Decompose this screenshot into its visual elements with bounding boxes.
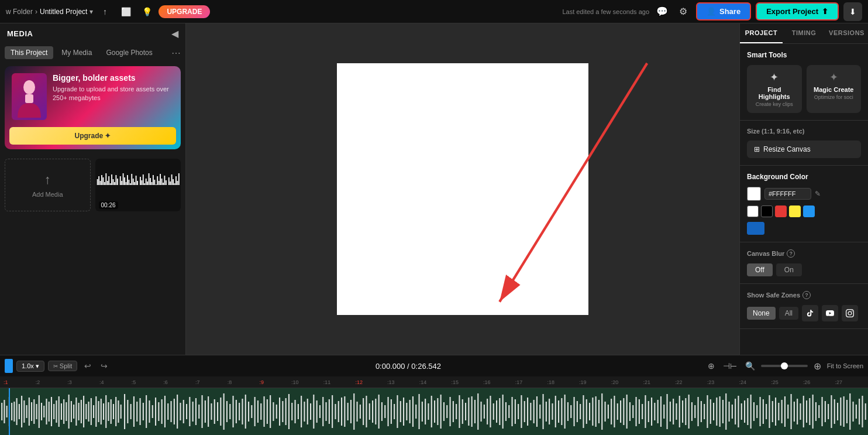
svg-rect-189 (363, 398, 364, 425)
find-highlights-tool[interactable]: ✦ Find Highlights Create key clips (747, 65, 802, 113)
safezone-none-button[interactable]: None (747, 307, 776, 320)
svg-rect-164 (285, 398, 287, 425)
svg-rect-255 (567, 402, 569, 421)
add-icon: ↑ (44, 172, 51, 187)
svg-rect-93 (75, 398, 77, 426)
svg-rect-259 (580, 404, 581, 419)
tiktok-icon[interactable] (802, 305, 818, 321)
safezone-options: None All (747, 305, 861, 321)
blur-help-icon[interactable]: ? (787, 249, 795, 258)
ruler-mark-5: :5 (130, 379, 163, 385)
download-button[interactable]: ⬇ (843, 2, 862, 21)
svg-rect-331 (803, 396, 804, 427)
split-label: Split (60, 362, 72, 369)
svg-rect-158 (267, 399, 268, 424)
svg-rect-253 (561, 398, 562, 425)
svg-rect-84 (53, 404, 54, 419)
magic-create-tool[interactable]: ✦ Magic Create Optimize for soci (807, 65, 862, 113)
share-icon-small[interactable]: ↑ (97, 4, 113, 20)
svg-rect-284 (657, 400, 659, 423)
tab-this-project[interactable]: This Project (5, 46, 53, 59)
upgrade-button[interactable]: UPGRADE (159, 5, 210, 18)
zoom-slider[interactable] (761, 365, 808, 367)
safezone-help-icon[interactable]: ? (802, 291, 811, 299)
swatch-yellow[interactable] (789, 205, 801, 217)
redo-button[interactable]: ↪ (97, 360, 111, 372)
chat-icon[interactable]: 💬 (654, 4, 670, 20)
zoom-in-icon[interactable]: ⊕ (811, 359, 824, 373)
tab-google-photos[interactable]: Google Photos (100, 46, 158, 59)
ruler-mark-16: :16 (482, 379, 514, 385)
svg-rect-243 (530, 403, 531, 420)
svg-rect-203 (406, 403, 407, 420)
svg-rect-78 (39, 395, 40, 428)
timeline-skip-icon[interactable]: ⊣⊢ (721, 360, 739, 372)
svg-rect-261 (586, 399, 587, 424)
export-button[interactable]: Export Project ⬆ (756, 2, 839, 20)
smart-tools-title: Smart Tools (747, 51, 861, 59)
svg-rect-107 (111, 399, 112, 424)
svg-rect-238 (515, 399, 516, 424)
monitor-icon[interactable]: ⬜ (118, 4, 134, 20)
color-hex-value[interactable]: #FFFFFF (764, 188, 811, 200)
audio-track[interactable]: // Generate waveform programmatically vi… (0, 388, 868, 435)
zoom-control[interactable]: 1.0x ▾ (16, 361, 44, 372)
chevron-down-icon: ▾ (89, 8, 93, 16)
svg-rect-324 (781, 400, 783, 423)
split-button[interactable]: ✂ Split (48, 361, 77, 371)
banner-upgrade-button[interactable]: Upgrade ✦ (9, 127, 176, 145)
swatch-blue-large[interactable] (747, 222, 764, 235)
color-preview[interactable] (747, 187, 761, 201)
instagram-icon[interactable] (842, 305, 858, 321)
zoom-out-icon[interactable]: 🔍 (743, 360, 757, 372)
svg-rect-318 (763, 399, 764, 424)
svg-rect-135 (195, 398, 197, 425)
color-edit-icon[interactable]: ✎ (815, 190, 821, 198)
svg-rect-216 (446, 405, 447, 418)
more-icon[interactable]: ⋯ (171, 47, 181, 59)
ruler-mark-17: :17 (514, 379, 546, 385)
blur-off-button[interactable]: Off (747, 263, 773, 276)
safezone-all-button[interactable]: All (779, 307, 798, 320)
collapse-icon[interactable]: ◀ (171, 28, 178, 39)
share-button[interactable]: 👤 Share (696, 2, 751, 20)
settings-icon[interactable]: ⚙ (675, 4, 691, 20)
export-label: Export Project (766, 7, 818, 16)
youtube-icon[interactable] (822, 305, 838, 321)
blur-on-button[interactable]: On (776, 263, 802, 276)
current-time: 0:00.000 (376, 362, 405, 371)
svg-rect-279 (642, 404, 643, 419)
swatch-black[interactable] (761, 205, 773, 217)
tab-versions[interactable]: VERSIONS (825, 23, 868, 43)
add-media-item[interactable]: ↑ Add Media (5, 159, 91, 211)
svg-rect-109 (115, 397, 116, 426)
panel-title: MEDIA (7, 29, 33, 38)
svg-rect-218 (453, 401, 454, 422)
tab-project[interactable]: PROJECT (740, 23, 783, 43)
timeline-magnet-icon[interactable]: ⊕ (705, 360, 717, 372)
svg-rect-313 (747, 398, 748, 425)
svg-rect-99 (91, 398, 92, 425)
project-dropdown[interactable]: Untitled Project ▾ (40, 8, 93, 16)
fit-to-screen-button[interactable]: Fit to Screen (827, 362, 863, 369)
tab-my-media[interactable]: My Media (56, 46, 98, 59)
svg-rect-194 (378, 395, 380, 429)
magic-name: Magic Create (811, 86, 857, 93)
swatch-blue[interactable] (803, 205, 815, 217)
ruler-mark-1: :1 (2, 379, 35, 385)
svg-rect-310 (738, 396, 739, 427)
undo-button[interactable]: ↩ (81, 360, 95, 372)
tab-timing[interactable]: TIMING (783, 23, 825, 43)
svg-rect-285 (660, 396, 662, 427)
svg-rect-232 (496, 400, 497, 423)
swatch-white[interactable] (747, 205, 759, 217)
svg-rect-290 (676, 403, 677, 420)
resize-canvas-button[interactable]: ⊞ Resize Canvas (747, 141, 861, 158)
light-icon[interactable]: 💡 (139, 4, 155, 20)
audio-media-item[interactable]: 00:26 🎵 WhatsApp Ptt 202... (95, 159, 181, 211)
svg-rect-150 (242, 399, 243, 424)
swatch-red[interactable] (775, 205, 787, 217)
svg-rect-108 (113, 404, 114, 419)
audio-track-container[interactable]: // Generate waveform programmatically vi… (0, 388, 868, 435)
svg-rect-201 (400, 401, 401, 422)
